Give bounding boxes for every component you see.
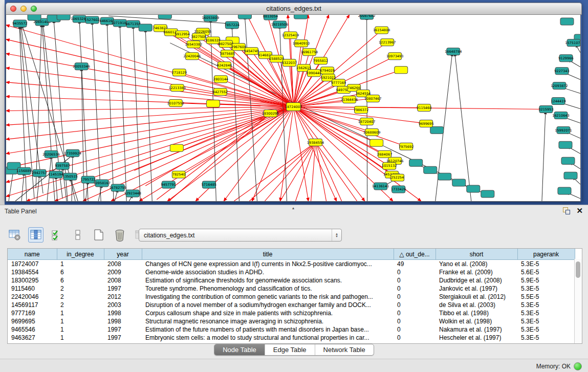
graph-node[interactable]	[561, 157, 575, 164]
graph-node[interactable]	[28, 15, 41, 20]
table-source-value: citations_edges.txt	[139, 232, 332, 239]
column-header[interactable]: short	[435, 249, 517, 260]
table-row[interactable]: 2242004622012Investigating the contribut…	[8, 293, 575, 301]
table-cell: Jankovic et al. (1997)	[435, 285, 517, 293]
graph-node-label: 18720407	[358, 120, 376, 124]
graph-node[interactable]	[370, 139, 383, 146]
network-canvas[interactable]: 9435572206914061065328715276026466160107…	[6, 15, 581, 202]
graph-node-label: 3827508	[191, 35, 206, 39]
graph-node[interactable]	[438, 173, 451, 180]
graph-node[interactable]	[139, 24, 152, 31]
graph-node[interactable]	[238, 15, 251, 19]
graph-node-label: 16210643	[552, 114, 570, 118]
table-cell: 1	[57, 317, 104, 325]
table-cell: 2008	[104, 276, 142, 285]
graph-node[interactable]	[170, 144, 183, 151]
table-cell: 2	[57, 301, 104, 309]
table-cell: 22420046	[8, 293, 57, 301]
graph-node[interactable]	[395, 67, 408, 74]
graph-node[interactable]	[559, 141, 572, 148]
table-cell: 2003	[104, 301, 142, 309]
close-panel-icon[interactable]: ✕	[576, 207, 583, 214]
table-row[interactable]: 977716911998Corpus callosum shape and si…	[8, 309, 575, 317]
table-cell: 1	[57, 260, 104, 269]
graph-node-label: 1015132	[382, 164, 397, 168]
citation-network-graph[interactable]: 9435572206914061065328715276026466160107…	[6, 15, 580, 201]
graph-node[interactable]	[57, 15, 70, 20]
table-cell: 0	[394, 317, 435, 325]
select-checkmarks-icon[interactable]	[49, 227, 64, 243]
graph-node-label: 2967608	[231, 45, 246, 49]
graph-node-label: 8813054	[263, 15, 278, 18]
column-header[interactable]: pagerank	[517, 249, 575, 260]
graph-node[interactable]	[558, 187, 571, 194]
graph-node[interactable]	[424, 166, 437, 173]
graph-node[interactable]	[452, 179, 466, 186]
column-header[interactable]: title	[142, 249, 394, 260]
table-row[interactable]: 946362711997Embryonic stem cells: a mode…	[8, 334, 575, 342]
graph-node-label: 12923448	[124, 191, 141, 195]
tab-edge-table[interactable]: Edge Table	[265, 344, 315, 355]
tab-node-table[interactable]: Node Table	[214, 344, 265, 355]
table-cell: Nakamura et al. (1997)	[435, 325, 517, 334]
graph-node[interactable]	[481, 190, 494, 198]
table-cell: 5.3E-5	[517, 325, 575, 334]
graph-node[interactable]	[560, 18, 574, 25]
table-cell: 19384554	[8, 268, 57, 276]
network-window-titlebar[interactable]: citations_edges.txt	[6, 3, 582, 15]
table-vertical-scrollbar[interactable]	[574, 259, 582, 343]
table-settings-icon[interactable]	[7, 227, 23, 243]
table-header-row[interactable]: namein_degreeyeartitle△ out_de...shortpa…	[8, 249, 575, 260]
table-row[interactable]: 1938455462009Genome-wide association stu…	[8, 268, 575, 276]
graph-node-label: 12093872	[551, 84, 568, 88]
tab-network-table[interactable]: Network Table	[315, 344, 374, 355]
table-row[interactable]: 1456911722003Disruption of a novel membe…	[8, 301, 575, 309]
float-panel-icon[interactable]	[563, 207, 570, 214]
panel-resize-grip-icon[interactable]: ▴	[292, 206, 294, 210]
table-row[interactable]: 1872400712008Changes of HCN gene express…	[8, 260, 575, 269]
table-row[interactable]: 911546021997Tourette syndrome. Phenomeno…	[8, 285, 575, 293]
graph-node-label: 8454749	[244, 49, 259, 53]
graph-node-label: 2803144	[213, 77, 228, 81]
column-visibility-icon[interactable]	[28, 227, 43, 243]
table-cell: Tourette syndrome. Phenomenology and cla…	[142, 285, 394, 293]
graph-node-label: 746266	[347, 86, 360, 90]
table-cell: Stergiakouli et al. (2012)	[435, 293, 517, 301]
graph-node-label: 15751074	[565, 41, 580, 45]
table-row[interactable]: 1830029562008Estimation of significance …	[8, 276, 575, 285]
column-header[interactable]: △ out_de...	[394, 249, 435, 260]
graph-node-label: 10688609	[363, 130, 381, 135]
delete-trash-icon[interactable]	[112, 227, 127, 243]
graph-node-label: 2718129	[172, 71, 187, 75]
graph-node[interactable]	[467, 185, 480, 192]
graph-node[interactable]	[206, 100, 220, 107]
table-row[interactable]: 946554611997Estimation of the future num…	[8, 325, 575, 334]
column-header[interactable]: year	[104, 249, 142, 260]
table-cell: 2009	[104, 268, 142, 276]
graph-node-label: 15992071	[555, 128, 572, 133]
table-cell: Structural magnetic resonance image aver…	[142, 317, 394, 325]
new-document-icon[interactable]	[91, 227, 106, 243]
table-cell: 1998	[104, 309, 142, 317]
column-header[interactable]: name	[8, 249, 57, 260]
graph-node-label: 2684067	[377, 152, 392, 157]
graph-node-label: 16961758	[301, 50, 318, 54]
graph-node[interactable]	[294, 15, 308, 19]
row-mode-icon[interactable]	[70, 227, 85, 243]
column-header[interactable]: in_degree	[57, 249, 104, 260]
graph-node-label: 6794028	[320, 69, 335, 73]
graph-node[interactable]	[409, 159, 423, 166]
graph-node-label: 7975692	[399, 145, 413, 149]
table-cell: 9777169	[8, 309, 57, 317]
table-cell: Changes of HCN gene expression and I(f) …	[142, 260, 394, 269]
graph-node-label: 10807467	[364, 97, 382, 101]
table-source-select[interactable]: citations_edges.txt ▲▼	[139, 229, 342, 242]
graph-node[interactable]	[430, 126, 444, 134]
scrollbar-thumb[interactable]	[576, 261, 580, 278]
table-cell: Corpus callosum shape and size in male p…	[142, 309, 394, 317]
table-cell: 5.3E-5	[517, 317, 575, 325]
graph-node[interactable]	[564, 172, 577, 179]
graph-node[interactable]	[158, 15, 171, 19]
table-row[interactable]: 969969511998Structural magnetic resonanc…	[8, 317, 575, 325]
table-cell: 5.3E-5	[517, 260, 575, 269]
